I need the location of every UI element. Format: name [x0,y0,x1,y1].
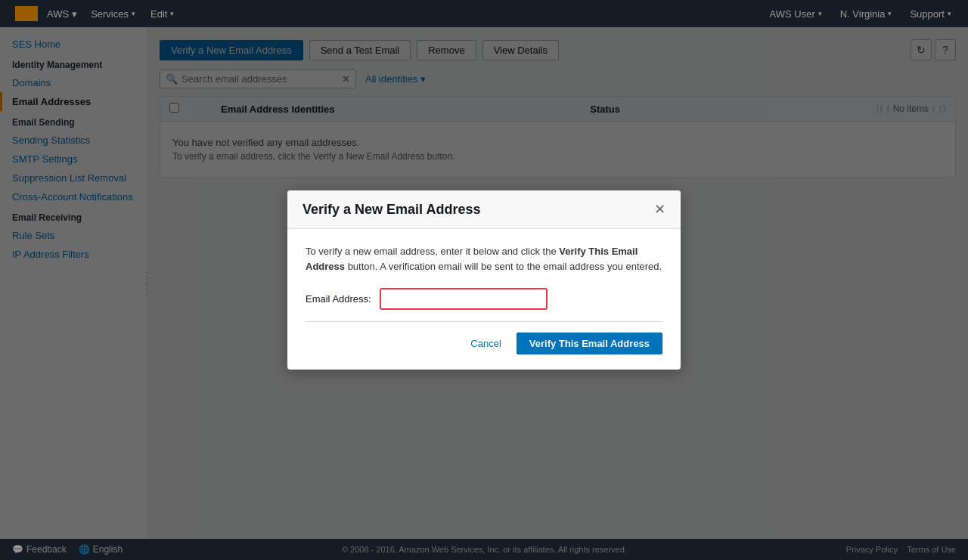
verify-email-modal: Verify a New Email Address ✕ To verify a… [287,190,681,370]
modal-divider [306,321,662,322]
verify-email-button[interactable]: Verify This Email Address [517,333,662,354]
email-address-input[interactable] [380,289,547,309]
modal-overlay: Verify a New Email Address ✕ To verify a… [0,0,968,560]
modal-desc-end: button. A verification email will be sen… [345,261,662,272]
modal-body: To verify a new email address, enter it … [287,229,681,370]
modal-header: Verify a New Email Address ✕ [287,190,681,229]
modal-footer: Cancel Verify This Email Address [306,333,662,354]
modal-close-button[interactable]: ✕ [654,201,666,218]
email-field-label: Email Address: [306,293,371,305]
modal-desc-text: To verify a new email address, enter it … [306,246,559,257]
modal-description: To verify a new email address, enter it … [306,244,662,274]
email-field-row: Email Address: [306,289,662,309]
modal-title: Verify a New Email Address [302,202,480,218]
cancel-button[interactable]: Cancel [463,333,508,354]
